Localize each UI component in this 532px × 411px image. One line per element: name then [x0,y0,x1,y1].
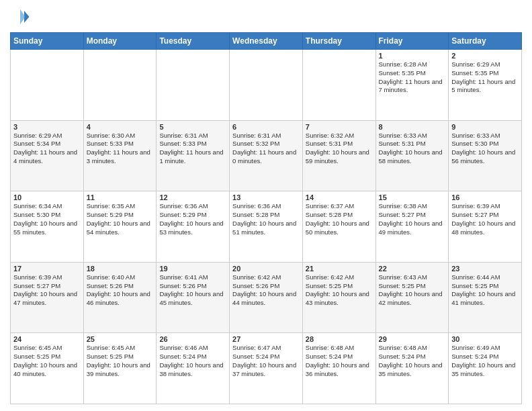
cell-text: Sunrise: 6:42 AM Sunset: 5:26 PM Dayligh… [232,273,300,308]
day-number: 2 [451,52,519,60]
day-number: 3 [13,123,81,131]
day-number: 22 [379,265,446,273]
calendar-cell: 23Sunrise: 6:44 AM Sunset: 5:25 PM Dayli… [449,262,522,333]
cell-text: Sunrise: 6:33 AM Sunset: 5:31 PM Dayligh… [379,132,446,166]
calendar-cell: 27Sunrise: 6:47 AM Sunset: 5:24 PM Dayli… [230,333,303,404]
calendar-cell: 4Sunrise: 6:30 AM Sunset: 5:33 PM Daylig… [83,120,157,191]
week-row-2: 3Sunrise: 6:29 AM Sunset: 5:34 PM Daylig… [11,120,522,191]
cell-text: Sunrise: 6:39 AM Sunset: 5:27 PM Dayligh… [13,273,81,308]
calendar-cell: 1Sunrise: 6:28 AM Sunset: 5:35 PM Daylig… [375,50,449,121]
day-number: 15 [379,193,446,201]
calendar-cell [302,50,375,121]
day-number: 14 [306,193,373,201]
day-number: 27 [232,335,300,343]
weekday-header-thursday: Thursday [302,33,375,50]
calendar-cell: 2Sunrise: 6:29 AM Sunset: 5:35 PM Daylig… [449,50,522,121]
day-number: 17 [13,265,81,273]
day-number: 13 [232,193,300,201]
day-number: 29 [379,335,446,343]
day-number: 8 [379,123,446,131]
day-number: 28 [306,335,373,343]
cell-text: Sunrise: 6:28 AM Sunset: 5:35 PM Dayligh… [379,60,446,95]
weekday-header-saturday: Saturday [449,33,522,50]
day-number: 26 [159,335,226,343]
day-number: 30 [451,335,519,343]
cell-text: Sunrise: 6:45 AM Sunset: 5:25 PM Dayligh… [87,344,154,378]
calendar-cell: 25Sunrise: 6:45 AM Sunset: 5:25 PM Dayli… [83,333,157,404]
day-number: 7 [306,123,373,131]
cell-text: Sunrise: 6:34 AM Sunset: 5:30 PM Dayligh… [13,202,81,236]
weekday-header-friday: Friday [375,33,449,50]
calendar-cell: 13Sunrise: 6:36 AM Sunset: 5:28 PM Dayli… [230,191,303,263]
cell-text: Sunrise: 6:38 AM Sunset: 5:27 PM Dayligh… [379,202,446,236]
cell-text: Sunrise: 6:44 AM Sunset: 5:25 PM Dayligh… [451,273,519,308]
calendar: SundayMondayTuesdayWednesdayThursdayFrid… [10,32,522,404]
cell-text: Sunrise: 6:46 AM Sunset: 5:24 PM Dayligh… [159,344,226,378]
calendar-cell: 11Sunrise: 6:35 AM Sunset: 5:29 PM Dayli… [83,191,157,263]
page: SundayMondayTuesdayWednesdayThursdayFrid… [0,0,532,411]
cell-text: Sunrise: 6:48 AM Sunset: 5:24 PM Dayligh… [306,344,373,378]
cell-text: Sunrise: 6:33 AM Sunset: 5:30 PM Dayligh… [451,132,519,166]
day-number: 18 [87,265,154,273]
day-number: 1 [379,52,446,60]
day-number: 25 [87,335,154,343]
day-number: 23 [451,265,519,273]
cell-text: Sunrise: 6:29 AM Sunset: 5:35 PM Dayligh… [451,60,519,95]
cell-text: Sunrise: 6:39 AM Sunset: 5:27 PM Dayligh… [451,202,519,236]
week-row-4: 17Sunrise: 6:39 AM Sunset: 5:27 PM Dayli… [11,262,522,333]
day-number: 24 [13,335,81,343]
day-number: 20 [232,265,300,273]
calendar-cell: 18Sunrise: 6:40 AM Sunset: 5:26 PM Dayli… [83,262,157,333]
calendar-cell: 22Sunrise: 6:43 AM Sunset: 5:25 PM Dayli… [375,262,449,333]
cell-text: Sunrise: 6:37 AM Sunset: 5:28 PM Dayligh… [306,202,373,236]
calendar-cell: 24Sunrise: 6:45 AM Sunset: 5:25 PM Dayli… [11,333,84,404]
cell-text: Sunrise: 6:32 AM Sunset: 5:31 PM Dayligh… [306,132,373,166]
calendar-cell: 19Sunrise: 6:41 AM Sunset: 5:26 PM Dayli… [157,262,230,333]
cell-text: Sunrise: 6:31 AM Sunset: 5:32 PM Dayligh… [232,132,300,166]
day-number: 4 [87,123,154,131]
calendar-cell: 26Sunrise: 6:46 AM Sunset: 5:24 PM Dayli… [157,333,230,404]
day-number: 21 [306,265,373,273]
calendar-cell: 5Sunrise: 6:31 AM Sunset: 5:33 PM Daylig… [157,120,230,191]
calendar-cell: 9Sunrise: 6:33 AM Sunset: 5:30 PM Daylig… [449,120,522,191]
logo [10,7,33,27]
calendar-cell: 29Sunrise: 6:48 AM Sunset: 5:24 PM Dayli… [375,333,449,404]
calendar-cell: 14Sunrise: 6:37 AM Sunset: 5:28 PM Dayli… [302,191,375,263]
cell-text: Sunrise: 6:31 AM Sunset: 5:33 PM Dayligh… [159,132,226,166]
cell-text: Sunrise: 6:35 AM Sunset: 5:29 PM Dayligh… [87,202,154,236]
day-number: 19 [159,265,226,273]
weekday-header-row: SundayMondayTuesdayWednesdayThursdayFrid… [11,33,522,50]
calendar-cell: 30Sunrise: 6:49 AM Sunset: 5:24 PM Dayli… [449,333,522,404]
week-row-1: 1Sunrise: 6:28 AM Sunset: 5:35 PM Daylig… [11,50,522,121]
day-number: 12 [159,193,226,201]
calendar-cell: 28Sunrise: 6:48 AM Sunset: 5:24 PM Dayli… [302,333,375,404]
cell-text: Sunrise: 6:41 AM Sunset: 5:26 PM Dayligh… [159,273,226,308]
cell-text: Sunrise: 6:36 AM Sunset: 5:29 PM Dayligh… [159,202,226,236]
calendar-cell [83,50,157,121]
calendar-cell: 15Sunrise: 6:38 AM Sunset: 5:27 PM Dayli… [375,191,449,263]
week-row-5: 24Sunrise: 6:45 AM Sunset: 5:25 PM Dayli… [11,333,522,404]
calendar-cell: 20Sunrise: 6:42 AM Sunset: 5:26 PM Dayli… [230,262,303,333]
cell-text: Sunrise: 6:49 AM Sunset: 5:24 PM Dayligh… [451,344,519,378]
calendar-cell: 10Sunrise: 6:34 AM Sunset: 5:30 PM Dayli… [11,191,84,263]
cell-text: Sunrise: 6:29 AM Sunset: 5:34 PM Dayligh… [13,132,81,166]
calendar-cell [230,50,303,121]
calendar-cell: 6Sunrise: 6:31 AM Sunset: 5:32 PM Daylig… [230,120,303,191]
calendar-cell: 17Sunrise: 6:39 AM Sunset: 5:27 PM Dayli… [11,262,84,333]
cell-text: Sunrise: 6:40 AM Sunset: 5:26 PM Dayligh… [87,273,154,308]
day-number: 9 [451,123,519,131]
weekday-header-monday: Monday [83,33,157,50]
calendar-cell: 8Sunrise: 6:33 AM Sunset: 5:31 PM Daylig… [375,120,449,191]
calendar-cell: 3Sunrise: 6:29 AM Sunset: 5:34 PM Daylig… [11,120,84,191]
calendar-cell [11,50,84,121]
calendar-cell: 21Sunrise: 6:42 AM Sunset: 5:25 PM Dayli… [302,262,375,333]
week-row-3: 10Sunrise: 6:34 AM Sunset: 5:30 PM Dayli… [11,191,522,263]
cell-text: Sunrise: 6:48 AM Sunset: 5:24 PM Dayligh… [379,344,446,378]
weekday-header-sunday: Sunday [11,33,84,50]
cell-text: Sunrise: 6:45 AM Sunset: 5:25 PM Dayligh… [13,344,81,378]
cell-text: Sunrise: 6:42 AM Sunset: 5:25 PM Dayligh… [306,273,373,308]
calendar-cell: 7Sunrise: 6:32 AM Sunset: 5:31 PM Daylig… [302,120,375,191]
logo-icon [10,7,30,27]
weekday-header-tuesday: Tuesday [157,33,230,50]
weekday-header-wednesday: Wednesday [230,33,303,50]
